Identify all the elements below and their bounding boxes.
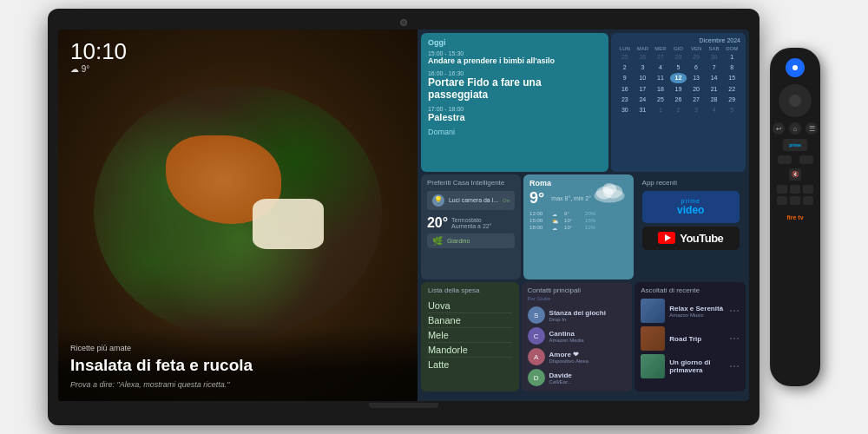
- home-button[interactable]: ⌂: [789, 122, 801, 135]
- cal-day: 20: [687, 84, 705, 94]
- tv-stand: [369, 403, 438, 408]
- smart-home-card[interactable]: Preferiti Casa Intelligente 💡 Luci camer…: [421, 174, 521, 280]
- btn-6[interactable]: [803, 196, 813, 205]
- music-artist-1: Amazon Music: [669, 312, 725, 318]
- cal-hdr-mar: MAR: [635, 46, 652, 51]
- weather-pct-2: 15%: [585, 218, 595, 224]
- music-info-2: Road Trip: [669, 335, 725, 343]
- shopping-title: Lista della spesa: [428, 286, 512, 294]
- volume-up-button[interactable]: [778, 155, 792, 164]
- menu-button[interactable]: ☰: [806, 122, 818, 135]
- shopping-item-banane: Banane: [428, 313, 512, 328]
- cal-day: 9: [616, 73, 634, 82]
- garden-item[interactable]: 🌿 Giardino: [427, 233, 515, 248]
- music-item-3[interactable]: Un giorno di primavera ⋯: [641, 354, 740, 378]
- music-thumb-2: [641, 326, 665, 351]
- contact-info-davide: Davide Cell/Ear...: [549, 372, 627, 385]
- agenda-item-3: 17:00 - 18:00 Palestra: [428, 106, 602, 123]
- music-dots-icon-3[interactable]: ⋯: [729, 360, 740, 372]
- cal-day: 30: [616, 105, 634, 115]
- cal-day: 29: [687, 52, 705, 62]
- alexa-button[interactable]: [786, 58, 805, 77]
- temperature-display: ☁ 9°: [70, 64, 127, 74]
- contact-name-stanza: Stanza dei giochi: [549, 309, 627, 317]
- prime-label: prime: [648, 198, 734, 204]
- calendar-grid: LUN MAR MER GIO VEN SAB DOM 25 26 27 28: [616, 46, 740, 115]
- top-row: Oggi 15:00 - 15:30 Andare a prendere i b…: [421, 33, 746, 172]
- fast-forward-button[interactable]: [803, 185, 813, 194]
- cal-day: 8: [723, 62, 740, 72]
- contact-info-cantina: Cantina Amazon Media: [549, 330, 627, 343]
- bottom-row: Lista della spesa Uova Banane Mele Mando…: [421, 282, 746, 391]
- cal-day: 28: [706, 95, 723, 104]
- back-button[interactable]: ↩: [773, 122, 785, 135]
- btn-4[interactable]: [777, 196, 787, 205]
- music-dots-icon-1[interactable]: ⋯: [729, 305, 740, 317]
- weather-desc: max 8°, min 2°: [551, 195, 591, 201]
- music-info-3: Un giorno di primavera: [669, 358, 725, 374]
- rewind-button[interactable]: [777, 185, 787, 194]
- cal-day: 31: [635, 105, 652, 115]
- garden-icon: 🌿: [432, 236, 443, 246]
- left-panel: 10:10 ☁ 9° Ricette più amate Insalata di…: [58, 30, 418, 401]
- cal-day: 19: [670, 84, 687, 94]
- prime-btn[interactable]: prime: [783, 139, 807, 151]
- cal-day: 26: [635, 52, 652, 62]
- temp-value: 9°: [82, 64, 90, 74]
- cal-day: 28: [670, 52, 687, 62]
- contact-item-amore[interactable]: A Amore ❤ Dispositivo Alexa: [528, 348, 627, 365]
- youtube-button[interactable]: YouTube: [642, 227, 740, 250]
- light-item[interactable]: 💡 Luci camera da l... On: [427, 191, 515, 210]
- apps-title: App recenti: [642, 179, 740, 187]
- contact-device-davide: Cell/Ear...: [549, 379, 627, 385]
- agenda-time-1: 15:00 - 15:30: [428, 50, 602, 56]
- play-pause-button[interactable]: [790, 185, 800, 194]
- music-dots-icon-2[interactable]: ⋯: [729, 332, 740, 345]
- cal-hdr-lun: LUN: [616, 46, 634, 51]
- time-clock: 10:10: [70, 40, 127, 62]
- btn-5[interactable]: [790, 196, 800, 205]
- music-info-1: Relax e Serenità Amazon Music: [669, 305, 725, 318]
- recent-title: Ascoltati di recente: [641, 286, 740, 294]
- cal-day: 1: [723, 52, 740, 62]
- music-item-2[interactable]: Road Trip ⋯: [641, 326, 740, 351]
- mute-button[interactable]: 🔇: [789, 168, 801, 181]
- cal-day: 23: [616, 95, 634, 104]
- contact-item-stanza[interactable]: S Stanza dei giochi Drop In: [528, 306, 627, 324]
- calendar-month-year: Dicembre 2024: [616, 37, 740, 43]
- weather-temp-2: 10°: [564, 218, 582, 224]
- tv-frame: 10:10 ☁ 9° Ricette più amate Insalata di…: [48, 9, 760, 425]
- weather-card[interactable]: Roma 9° max 8°, min 2°: [523, 174, 633, 280]
- agenda-today-label: Oggi: [428, 38, 602, 47]
- volume-down-button[interactable]: [799, 155, 813, 164]
- cal-day: 27: [652, 52, 669, 62]
- contacts-subtitle: Per Giulia: [528, 296, 550, 301]
- contact-device-stanza: Drop In: [549, 317, 627, 322]
- agenda-domani-label: Domani: [428, 128, 602, 136]
- recent-played-card[interactable]: Ascoltati di recente Relax e Serenità Am…: [635, 282, 746, 391]
- nav-ring[interactable]: [779, 84, 812, 117]
- playback-grid: [777, 185, 813, 205]
- thermostat-item[interactable]: 20° Termostato Aumenta a 22°: [427, 213, 515, 233]
- cal-day: 10: [635, 73, 652, 82]
- cal-day: 13: [687, 73, 705, 82]
- salad-plate: [94, 85, 381, 338]
- weather-row-3: 18:00 ☁ 10° 12%: [529, 225, 627, 231]
- music-title-2: Road Trip: [669, 335, 725, 343]
- contact-avatar-s: S: [528, 306, 545, 324]
- weather-time-2: 15:00: [529, 218, 549, 224]
- prime-video-button[interactable]: prime video: [642, 191, 740, 223]
- contact-name-amore: Amore ❤: [549, 351, 627, 358]
- nav-center-button[interactable]: [789, 95, 801, 107]
- contact-item-davide[interactable]: D Davide Cell/Ear...: [528, 369, 627, 386]
- thermostat-temp: 20°: [427, 215, 448, 231]
- contact-item-cantina[interactable]: C Cantina Amazon Media: [528, 327, 627, 345]
- alexa-dot: [792, 65, 798, 70]
- contacts-card[interactable]: Contatti principali Per Giulia S Stanza …: [522, 282, 633, 391]
- music-item-1[interactable]: Relax e Serenità Amazon Music ⋯: [641, 299, 740, 323]
- agenda-card[interactable]: Oggi 15:00 - 15:30 Andare a prendere i b…: [421, 33, 608, 172]
- weather-temp: 9°: [529, 189, 544, 207]
- shopping-list-card[interactable]: Lista della spesa Uova Banane Mele Mando…: [421, 282, 519, 391]
- contact-info-stanza: Stanza dei giochi Drop In: [549, 309, 627, 322]
- calendar-card[interactable]: Dicembre 2024 LUN MAR MER GIO VEN SAB DO…: [611, 33, 746, 172]
